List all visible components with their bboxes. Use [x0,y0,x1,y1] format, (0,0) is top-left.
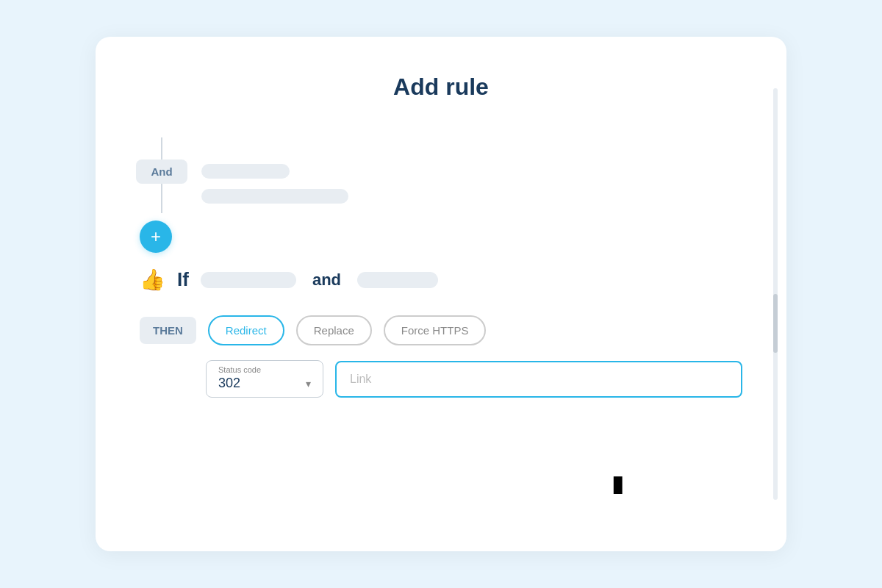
status-code-select[interactable]: 302 ▾ [218,376,311,391]
and-badge[interactable]: And [136,159,187,184]
if-condition-pill-2[interactable] [357,272,438,288]
scrollbar-thumb[interactable] [773,294,778,353]
if-condition-pill-1[interactable] [201,272,296,288]
status-code-select-wrapper[interactable]: Status code 302 ▾ [206,360,323,398]
then-row: THEN Redirect Replace Force HTTPS [140,315,742,345]
condition-pills [201,164,348,204]
status-code-label: Status code [218,365,261,374]
if-label: If [177,268,189,291]
then-badge: THEN [140,317,196,344]
vertical-line-bottom [161,184,162,213]
cursor-icon: ▊ [614,476,625,494]
thumb-icon: 👍 [140,268,165,292]
scrollbar[interactable] [773,88,778,500]
replace-button[interactable]: Replace [296,315,372,345]
then-section: THEN Redirect Replace Force HTTPS Status… [140,315,742,398]
if-section: 👍 If and [140,268,742,292]
page-title: Add rule [140,74,742,101]
chevron-down-icon: ▾ [306,378,311,390]
and-section: And [140,137,742,213]
status-code-value: 302 [218,376,240,391]
config-row: Status code 302 ▾ [206,360,742,398]
add-section: + [140,220,742,253]
redirect-button[interactable]: Redirect [208,315,284,345]
condition-pill-2[interactable] [201,189,348,204]
condition-pill-1[interactable] [201,164,290,179]
vertical-line-top [161,137,162,159]
force-https-button[interactable]: Force HTTPS [384,315,487,345]
and-connector-container: And [140,137,184,213]
add-condition-button[interactable]: + [140,220,172,253]
rule-builder: And + 👍 If and THEN Redire [140,137,742,398]
and-connector-label: and [312,270,341,290]
main-card: Add rule And + 👍 If and [96,37,786,551]
plus-icon: + [151,226,161,247]
link-input[interactable] [335,361,742,398]
